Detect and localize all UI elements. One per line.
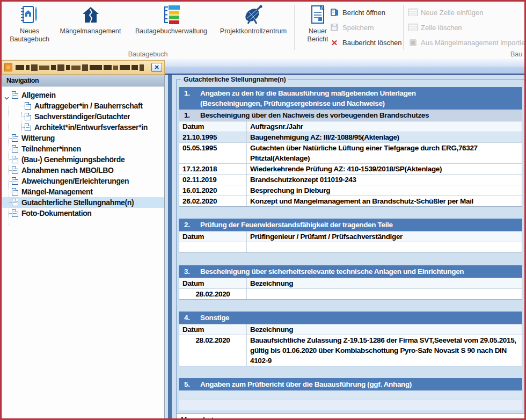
- form-icon: [12, 188, 18, 195]
- document-caption-bar: [165, 60, 526, 75]
- form-icon: [25, 102, 31, 110]
- navigation-window-titlebar: ✕: [2, 60, 165, 75]
- ribbon-toolbar: Neues Bautagebuch Mängelmanagement Bauta…: [2, 2, 526, 60]
- redacted-window-title: [16, 64, 149, 71]
- projektkontrollzentrum-button[interactable]: Projektkontrollzentrum: [216, 4, 291, 35]
- empty-input-band[interactable]: [179, 391, 522, 400]
- section-4-table: Datum Bezeichnung 28.02.2020 Bauaufsicht…: [179, 324, 522, 366]
- form-icon: [12, 166, 18, 174]
- ribbon-group-label-bau: Bau: [510, 50, 522, 58]
- table-row[interactable]: 21.10.1995 Baugenehmigung AZ: III/2-1088…: [179, 132, 522, 142]
- table-row[interactable]: 28.02.2020: [179, 288, 522, 299]
- red-x-icon: ✕: [329, 39, 340, 47]
- button-label: Projektkontrollzentrum: [220, 27, 287, 35]
- nav-item-sachverstaendiger[interactable]: Sachverständiger/Gutachter: [2, 111, 164, 122]
- satellite-dish-icon: [243, 4, 264, 26]
- section-3-table: Datum Bezeichnung 28.02.2020: [179, 278, 522, 300]
- form-icon: [12, 199, 18, 206]
- form-icon: [12, 134, 18, 142]
- table-header-row: Datum Bezeichnung: [179, 278, 522, 288]
- table-row[interactable]: 05.05.1995 Gutachten über Natürliche Lüf…: [179, 142, 522, 163]
- mangelart-legend-table: Mangelart WM = Wesentlicher Mangel, UWM …: [176, 413, 526, 420]
- maengelmanagement-button[interactable]: Mängelmanagement: [54, 4, 127, 35]
- nav-item-maengel-management[interactable]: Mängel-Management: [2, 186, 164, 197]
- column-header-datum: Datum: [179, 231, 247, 242]
- table-row[interactable]: 28.02.2020 Bauaufsichtliche Zulassung Z-…: [179, 335, 522, 366]
- section-3-header: 3. Bescheinigung über sicherheitsrelevan…: [179, 265, 522, 278]
- column-header-pruefingenieur: Prüfingenieur / Prüfamt / Prüfsachverstä…: [247, 231, 522, 242]
- section-1-subheader: 1. Bescheinigung über den Nachweis des v…: [179, 110, 522, 121]
- new-bautagebuch-button[interactable]: Neues Bautagebuch: [7, 4, 52, 44]
- bautagebuchverwaltung-button[interactable]: Bautagebuchverwaltung: [131, 4, 211, 35]
- mangelart-label: Mangelart: [177, 414, 526, 420]
- section-2-header: 2. Prüfung der Feuerwiderstandsfähigkeit…: [179, 219, 522, 231]
- column-header-datum: Datum: [179, 324, 247, 335]
- colored-list-icon: [160, 4, 182, 26]
- table-row[interactable]: 26.02.2020 Konzept und Mangelmanagement …: [179, 195, 522, 206]
- delete-report-button[interactable]: ✕ Baubericht löschen: [329, 35, 402, 50]
- button-label: Neue Zeile einfügen: [421, 9, 483, 17]
- gutachterliche-stellungnahmen-groupbox: Gutachterliche Stellungnahme(n) 1. Angab…: [176, 79, 526, 419]
- open-report-button[interactable]: Bericht öffnen: [329, 5, 402, 20]
- button-label: Bautagebuchverwaltung: [135, 27, 207, 35]
- section-1-header: 1. Angaben zu den für die Bauausführung …: [179, 87, 522, 110]
- nav-item-gutachterliche-stellungnahme[interactable]: Gutachterliche Stellungnahme(n): [2, 197, 164, 208]
- navigation-tree: Allgemein Auftraggeber*in / Bauherrschaf…: [2, 86, 164, 219]
- groupbox-legend: Gutachterliche Stellungnahme(n): [181, 76, 288, 83]
- ribbon-separator: [403, 5, 404, 50]
- insert-row-button[interactable]: Neue Zeile einfügen: [407, 5, 526, 20]
- delete-row-button[interactable]: Zeile löschen: [407, 20, 526, 35]
- section-5-title: Angaben zum Prüfbericht über die Bauausf…: [200, 379, 412, 389]
- table-row[interactable]: 02.11.2019 Brandschutzkonzept 011019-243: [179, 174, 522, 185]
- form-icon: [12, 145, 18, 153]
- open-book-icon: [329, 8, 340, 17]
- cracked-house-icon: [81, 4, 101, 26]
- delete-row-icon: [407, 24, 418, 31]
- nav-item-auftraggeber[interactable]: Auftraggeber*in / Bauherrschaft: [2, 100, 164, 111]
- form-icon: [12, 209, 18, 217]
- form-icon: [25, 124, 31, 131]
- table-row[interactable]: 16.01.2020 Besprechung in Dieburg: [179, 185, 522, 195]
- section-5-header: 5. Angaben zum Prüfbericht über die Baua…: [179, 378, 522, 390]
- nav-item-allgemein[interactable]: Allgemein: [2, 90, 164, 100]
- nav-item-genehmigungsbehoerde[interactable]: (Bau-) Genehmigungsbehörde: [2, 154, 164, 165]
- import-icon: [407, 39, 418, 46]
- section-2-title: Prüfung der Feuerwiderstandsfähigkeit de…: [200, 220, 393, 230]
- section-3-title: Bescheinigung über sicherheitsrelevante …: [200, 266, 464, 277]
- button-label: Bericht öffnen: [342, 9, 385, 17]
- ribbon-group-label-bautagebuch: Bautagebuch: [2, 50, 294, 58]
- empty-input-band[interactable]: [179, 400, 522, 410]
- save-floppy-icon: [329, 24, 340, 31]
- button-label: Baubericht löschen: [342, 39, 402, 47]
- report-document-icon: [308, 4, 328, 26]
- form-icon: [12, 91, 18, 99]
- app-window: { "ribbon": { "group1_label": "Bautagebu…: [0, 0, 526, 420]
- report-actions-group: Bericht öffnen Speichern ✕ Baubericht lö…: [329, 5, 402, 50]
- nav-item-teilnehmer[interactable]: Teilnehmer*innen: [2, 143, 164, 154]
- nav-item-architekt[interactable]: Architekt*in/Entwurfsverfasser*in: [2, 122, 164, 133]
- navigation-panel-header: Navigation: [2, 75, 164, 86]
- navigation-panel: Navigation Allgemein Auftraggeber*in / B…: [2, 75, 165, 418]
- button-label: Aus Mängelmanagement importier: [421, 39, 526, 47]
- table-row[interactable]: [179, 242, 522, 252]
- save-button[interactable]: Speichern: [329, 20, 402, 35]
- close-icon[interactable]: ✕: [151, 63, 162, 72]
- section-1-title: Angaben zu den für die Bauausführung maß…: [200, 88, 416, 108]
- app-icon: [4, 63, 12, 71]
- nav-item-witterung[interactable]: Witterung: [2, 133, 164, 143]
- nav-item-foto-dokumentation[interactable]: Foto-Dokumentation: [2, 208, 164, 219]
- column-header-datum: Datum: [179, 121, 247, 132]
- form-icon: [12, 177, 18, 185]
- notebook-pencil-icon: [19, 4, 40, 26]
- button-label: Speichern: [342, 24, 374, 32]
- table-header-row: Datum Bezeichnung: [179, 324, 522, 335]
- content-accent-strip: [168, 75, 172, 418]
- import-from-maengelmanagement-button[interactable]: Aus Mängelmanagement importier: [407, 35, 526, 50]
- column-header-bezeichnung: Bezeichnung: [247, 278, 522, 288]
- table-row[interactable]: 17.12.2018 Wiederkehrende Prüfung AZ: 41…: [179, 163, 522, 174]
- nav-item-abnahmen[interactable]: Abnahmen nach MBO/LBO: [2, 165, 164, 176]
- table-header-row: Datum Auftragsnr./Jahr: [179, 121, 522, 132]
- nav-item-abweichungen[interactable]: Abweichungen/Erleichterungen: [2, 176, 164, 186]
- insert-row-icon: [407, 9, 418, 16]
- button-label: Neues Bautagebuch: [7, 27, 52, 44]
